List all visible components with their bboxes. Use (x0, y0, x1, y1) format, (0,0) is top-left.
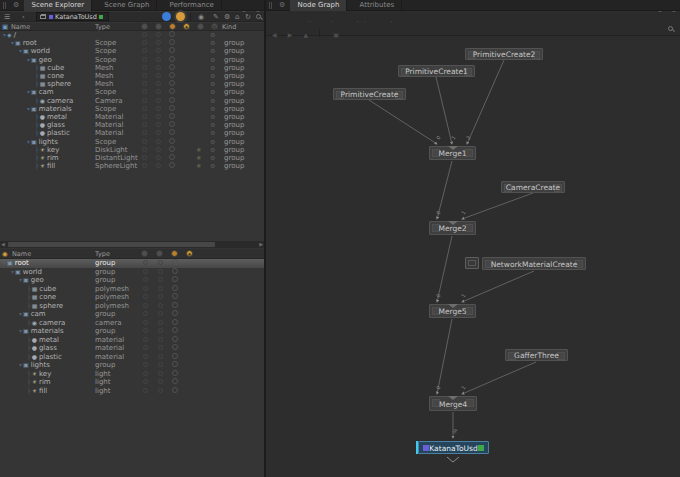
state-circle[interactable] (158, 337, 163, 342)
state-circle[interactable] (156, 114, 161, 119)
state-circle[interactable] (143, 388, 148, 393)
state-circle[interactable] (143, 354, 148, 359)
tree-row-lights[interactable]: ▾▣lightsScope⚙group (0, 138, 264, 146)
state-circle[interactable] (169, 72, 175, 78)
state-circle[interactable] (156, 32, 161, 37)
gear-icon[interactable]: ⚙ (210, 47, 215, 55)
state-circle[interactable] (143, 260, 148, 265)
light-state-icon[interactable]: ☼ (196, 146, 201, 154)
state-circle[interactable] (169, 105, 175, 111)
state-circle[interactable] (158, 379, 163, 384)
gear-icon[interactable]: ⚙ (210, 146, 215, 154)
state-circle[interactable] (143, 328, 148, 333)
state-circle[interactable] (142, 106, 147, 111)
state-circle[interactable] (158, 371, 163, 376)
nav-back-icon[interactable]: ◀ (272, 28, 277, 42)
panel-gear-icon[interactable]: ⚙ (279, 1, 285, 9)
tree-row-root[interactable]: ▾▣rootgroup (0, 259, 264, 268)
gear-icon[interactable]: ⚙ (210, 138, 215, 146)
state-circle[interactable] (172, 353, 178, 359)
state-circle[interactable] (156, 130, 161, 135)
state-circle[interactable] (169, 162, 175, 168)
col-type[interactable]: Type (95, 249, 110, 259)
gear-icon[interactable]: ⚙ (210, 80, 215, 88)
state-circle[interactable] (143, 303, 148, 308)
orange-circle-icon[interactable] (176, 12, 185, 21)
tree-row-fill[interactable]: ├☀fillSphereLight⚙☼group (0, 162, 264, 170)
tree-row-glass[interactable]: ├●glassmaterial (0, 344, 264, 353)
node-merge2[interactable]: Merge2 (429, 221, 476, 235)
state-circle[interactable] (172, 370, 178, 376)
state-circle[interactable] (169, 64, 175, 70)
state-circle[interactable] (156, 106, 161, 111)
star-icon[interactable]: ★ (183, 23, 190, 30)
gear-icon[interactable]: ⚙ (210, 88, 215, 96)
state-circle[interactable] (172, 302, 178, 308)
state-circle[interactable] (172, 361, 178, 367)
tree-row-key[interactable]: ├☀keyDiskLight⚙☼group (0, 146, 264, 154)
state-circle[interactable] (158, 320, 163, 325)
gear-icon[interactable]: ⚙ (210, 105, 215, 113)
state-circle[interactable] (156, 155, 161, 160)
mute-icon[interactable] (155, 23, 162, 30)
state-circle[interactable] (142, 155, 147, 160)
tree-row-fill[interactable]: ├☀filllight (0, 387, 264, 396)
state-circle[interactable] (156, 57, 161, 62)
state-circle[interactable] (172, 327, 178, 333)
mute-icon[interactable] (156, 250, 163, 257)
col-type[interactable]: Type (95, 23, 110, 31)
edge[interactable] (462, 271, 534, 302)
bulb-icon[interactable]: ◉ (198, 13, 204, 21)
tree-row-cube[interactable]: ├▦cubepolymesh (0, 285, 264, 294)
state-circle[interactable] (142, 48, 147, 53)
expander-icon[interactable]: ▾ (19, 276, 22, 283)
gear-icon[interactable]: ⚙ (210, 56, 215, 64)
state-circle[interactable] (143, 294, 148, 299)
state-circle[interactable] (158, 303, 163, 308)
node-graph-canvas[interactable]: 012010101inPrimitiveCreatePrimitiveCreat… (266, 0, 680, 477)
tab-attributes[interactable]: Attributes (353, 0, 403, 11)
node-merge5[interactable]: Merge5 (429, 304, 476, 318)
tree-row-metal[interactable]: ├●metalMaterial⚙group (0, 113, 264, 121)
state-circle[interactable] (169, 47, 175, 53)
tree-row-glass[interactable]: ├●glassMaterial⚙group (0, 121, 264, 129)
state-circle[interactable] (169, 80, 175, 86)
output-chevron-icon[interactable] (447, 457, 459, 462)
state-circle[interactable] (158, 388, 163, 393)
state-circle[interactable] (172, 285, 178, 291)
state-circle[interactable] (172, 319, 178, 325)
state-circle[interactable] (158, 269, 163, 274)
edge[interactable] (437, 161, 452, 219)
state-circle[interactable] (142, 57, 147, 62)
layers-icon[interactable]: ☰ (4, 13, 10, 21)
tree-row-plastic[interactable]: ├●plasticmaterial (0, 353, 264, 362)
col-name[interactable]: Name (12, 249, 31, 259)
state-circle[interactable] (158, 328, 163, 333)
state-circle[interactable] (142, 40, 147, 45)
state-circle[interactable] (156, 89, 161, 94)
state-circle[interactable] (172, 387, 178, 393)
state-circle[interactable] (172, 293, 178, 299)
tree-row-world[interactable]: ▾▣worldScope⚙group (0, 47, 264, 55)
expander-icon[interactable]: ▾ (19, 310, 22, 317)
state-circle[interactable] (172, 310, 178, 316)
home-icon[interactable]: ⌂ (235, 13, 239, 21)
col-name[interactable]: Name (11, 23, 30, 31)
tree-row-materials[interactable]: ▾▣materialsScope⚙group (0, 105, 264, 113)
gear-icon[interactable]: ⚙ (210, 39, 215, 47)
state-circle[interactable] (142, 81, 147, 86)
state-circle[interactable] (169, 31, 175, 37)
tab-scene-graph[interactable]: Scene Graph (97, 0, 157, 11)
state-circle[interactable] (169, 154, 175, 160)
tree-row-plastic[interactable]: ├●plasticMaterial⚙group (0, 129, 264, 137)
state-circle[interactable] (142, 163, 147, 168)
expander-icon[interactable]: ▾ (27, 105, 30, 112)
tree-row-cam[interactable]: ▾▣camScope⚙group (0, 88, 264, 96)
state-circle[interactable] (169, 97, 175, 103)
state-circle[interactable] (158, 362, 163, 367)
state-circle[interactable] (156, 163, 161, 168)
purple-port-icon[interactable] (423, 445, 429, 451)
expander-icon[interactable]: ▾ (27, 56, 30, 63)
tab-node-graph[interactable]: Node Graph (290, 0, 347, 11)
tree-row-geo[interactable]: ▾▣geoScope⚙group (0, 56, 264, 64)
